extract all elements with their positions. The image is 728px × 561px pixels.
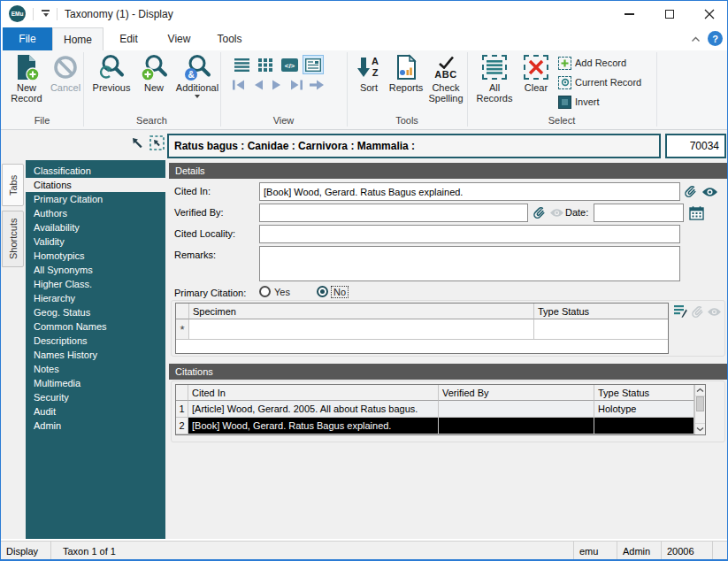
citation-row-2-type-status[interactable] [594, 418, 694, 434]
cited-in-column-header[interactable]: Cited In [188, 385, 439, 401]
tab-tools[interactable]: Tools [204, 27, 255, 50]
record-number-field[interactable]: 70034 [665, 134, 726, 158]
scrollbar-thumb[interactable] [696, 396, 704, 411]
scroll-up-button[interactable] [695, 385, 705, 396]
previous-search-button[interactable]: Previous [88, 52, 134, 112]
view-list-button[interactable] [231, 55, 252, 74]
citation-row-1-type-status[interactable]: Holotype [594, 401, 694, 418]
sidebar-item-availability[interactable]: Availability [26, 220, 165, 234]
remarks-input[interactable] [259, 246, 680, 281]
cited-in-view-icon[interactable] [701, 187, 718, 197]
sidebar-item-geog-status[interactable]: Geog. Status [26, 305, 165, 319]
scrollbar-track[interactable] [695, 411, 705, 423]
add-record-button[interactable]: Add Record [558, 54, 626, 72]
primary-citation-no-option[interactable]: No [317, 286, 348, 297]
citation-row-1-cited-in[interactable]: [Article] Wood, Gerard. 2005. All about … [188, 401, 439, 418]
grid-edit-icon[interactable] [673, 304, 688, 319]
maximize-button[interactable] [649, 1, 689, 27]
sidebar-item-all-synonyms[interactable]: All Synonyms [26, 263, 165, 277]
citation-row-2-verified-by[interactable] [439, 418, 594, 434]
sidebar-item-classification[interactable]: Classification [26, 164, 165, 178]
clear-selection-button[interactable]: Clear [519, 52, 553, 112]
sidebar-item-primary-citation[interactable]: Primary Citation [26, 192, 165, 206]
all-records-button[interactable]: All Records [472, 52, 517, 112]
select-group-label: Select [467, 115, 656, 126]
scroll-down-button[interactable] [695, 423, 705, 434]
sidebar-item-validity[interactable]: Validity [26, 234, 165, 249]
cited-in-label: Cited In: [174, 182, 211, 201]
sidebar-item-hierarchy[interactable]: Hierarchy [26, 291, 165, 305]
cited-locality-input[interactable] [259, 225, 680, 243]
record-summary-field[interactable]: Ratus bagus : Canidae : Carnivora : Mamm… [167, 134, 661, 158]
new-record-button[interactable]: New Record [4, 52, 49, 112]
date-calendar-icon[interactable] [689, 205, 704, 220]
cancel-label: Cancel [50, 82, 80, 93]
sort-icon: A Z [356, 52, 382, 82]
cited-in-attach-icon[interactable] [683, 184, 698, 199]
status-record-count: Taxon 1 of 1 [51, 542, 573, 560]
sort-label: Sort [360, 82, 378, 93]
verified-by-input[interactable] [259, 204, 528, 222]
view-code-button[interactable]: </> [279, 55, 300, 74]
tab-home[interactable]: Home [52, 27, 103, 50]
sidebar-item-audit[interactable]: Audit [26, 404, 165, 419]
citation-row-2-cited-in[interactable]: [Book] Wood, Gerard. Ratus Bagus explain… [188, 418, 439, 434]
minimize-button[interactable] [609, 1, 649, 27]
sidebar-item-homotypics[interactable]: Homotypics [26, 249, 165, 263]
goto-record-icon[interactable] [309, 79, 326, 91]
sidebar-item-common-names[interactable]: Common Names [26, 319, 165, 334]
verified-by-column-header[interactable]: Verified By [439, 385, 594, 401]
ribbon: New Record Cancel File Previ [1, 50, 727, 130]
first-record-icon[interactable] [231, 79, 247, 91]
sidebar-item-security[interactable]: Security [26, 390, 165, 404]
cited-in-input[interactable] [259, 182, 680, 201]
view-form-button[interactable] [303, 55, 324, 74]
citation-row-1-verified-by[interactable] [439, 401, 594, 418]
invert-selection-button[interactable]: Invert [558, 93, 600, 111]
sidebar-item-descriptions[interactable]: Descriptions [26, 334, 165, 348]
specimen-column-header[interactable]: Specimen [189, 304, 534, 319]
next-record-icon[interactable] [270, 79, 284, 91]
citation-row-2-number[interactable]: 2 [176, 418, 188, 434]
previous-search-label: Previous [93, 82, 131, 93]
sidebar-item-citations[interactable]: Citations [26, 178, 165, 192]
citation-row-1-number[interactable]: 1 [176, 401, 188, 418]
current-record-button[interactable]: Current Record [558, 73, 641, 91]
previous-record-icon[interactable] [251, 79, 265, 91]
sidebar-item-authors[interactable]: Authors [26, 206, 165, 220]
sidebar-item-notes[interactable]: Notes [26, 362, 165, 376]
close-button[interactable] [689, 1, 728, 27]
date-input[interactable] [594, 204, 684, 222]
tab-file[interactable]: File [3, 27, 52, 50]
ribbon-collapse-icon[interactable] [691, 36, 701, 42]
primary-citation-yes-option[interactable]: Yes [259, 286, 290, 297]
additional-search-button[interactable]: & Additional [174, 52, 220, 112]
tab-edit[interactable]: Edit [103, 27, 154, 50]
new-search-label: New [144, 82, 164, 93]
type-status-column-header[interactable]: Type Status [534, 304, 668, 319]
sidebar-item-admin[interactable]: Admin [26, 419, 165, 433]
tab-view[interactable]: View [154, 27, 204, 50]
tab-strip-shortcuts[interactable]: Shortcuts [2, 211, 24, 267]
new-record-label: New Record [4, 82, 49, 104]
quick-access-dropdown-icon[interactable] [42, 10, 50, 17]
sort-button[interactable]: A Z Sort [351, 52, 387, 112]
status-mode: Display [1, 542, 51, 560]
check-spelling-button[interactable]: ABC Check Spelling [425, 52, 466, 112]
sidebar-item-names-history[interactable]: Names History [26, 348, 165, 362]
view-grid-button[interactable] [255, 55, 276, 74]
verified-by-attach-icon[interactable] [532, 205, 547, 220]
sidebar-item-multimedia[interactable]: Multimedia [26, 376, 165, 390]
type-status-column-header-2[interactable]: Type Status [594, 385, 694, 401]
last-record-icon[interactable] [288, 79, 304, 91]
type-status-new-cell[interactable] [534, 319, 668, 340]
pointer-arrow-icon[interactable] [131, 136, 144, 150]
specimen-new-cell[interactable] [189, 319, 534, 340]
new-search-button[interactable]: New [135, 52, 172, 112]
sidebar-item-higher-class[interactable]: Higher Class. [26, 277, 165, 291]
select-record-icon[interactable] [149, 135, 165, 150]
cancel-button[interactable]: Cancel [49, 52, 82, 112]
tab-strip-tabs[interactable]: Tabs [2, 164, 24, 206]
help-icon[interactable]: ? [708, 31, 723, 46]
reports-button[interactable]: Reports [387, 52, 425, 112]
